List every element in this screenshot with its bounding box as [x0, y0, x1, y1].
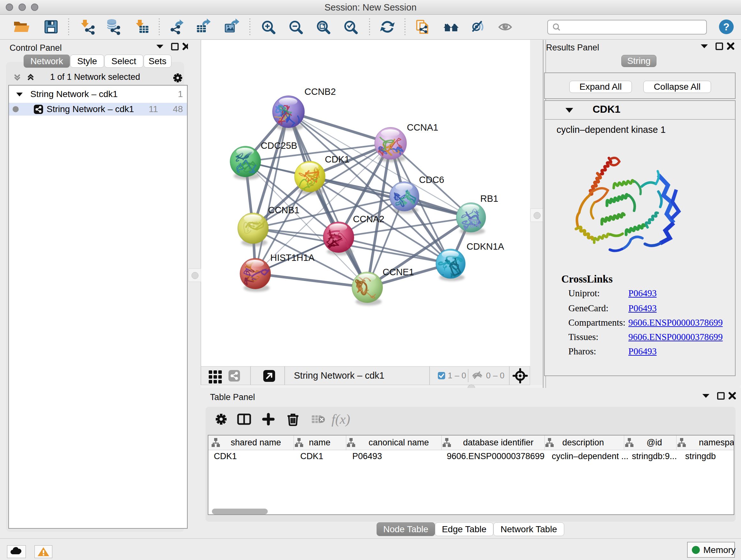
svg-text:HIST1H1A: HIST1H1A [270, 253, 315, 263]
svg-text:CCNE1: CCNE1 [383, 267, 414, 277]
svg-text:CCNA1: CCNA1 [407, 122, 438, 132]
svg-text:0 – 0: 0 – 0 [486, 371, 504, 380]
svg-text:description: description [562, 438, 604, 447]
svg-text:name: name [309, 438, 331, 447]
svg-text:@id: @id [647, 438, 662, 447]
svg-text:String Network – cdk1: String Network – cdk1 [294, 370, 385, 381]
svg-text:shared name: shared name [231, 438, 281, 447]
svg-text:database identifier: database identifier [463, 438, 534, 447]
svg-text:CDKN1A: CDKN1A [467, 241, 504, 252]
svg-text:CCNA2: CCNA2 [353, 214, 384, 224]
svg-text:namespac: namespac [699, 438, 734, 447]
svg-text:?: ? [723, 21, 730, 33]
svg-text:RB1: RB1 [480, 193, 498, 204]
svg-text:1 – 0: 1 – 0 [448, 371, 466, 380]
svg-text:canonical name: canonical name [368, 438, 429, 447]
svg-text:CCNB1: CCNB1 [268, 205, 299, 215]
svg-text:CDK1: CDK1 [325, 154, 349, 165]
svg-text:CDC6: CDC6 [419, 175, 444, 185]
svg-text:CDC25B: CDC25B [261, 140, 297, 151]
svg-text:f(x): f(x) [332, 412, 350, 427]
svg-text:CCNB2: CCNB2 [305, 86, 336, 97]
